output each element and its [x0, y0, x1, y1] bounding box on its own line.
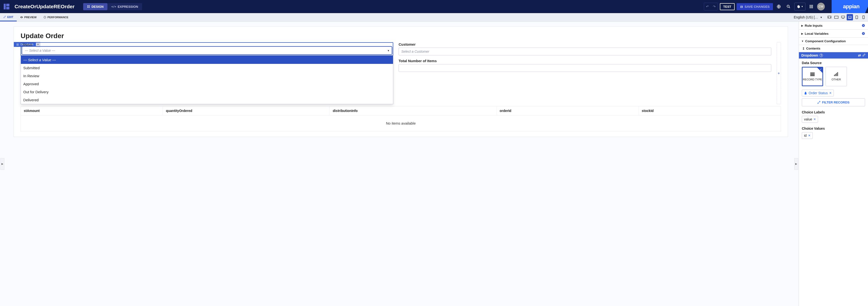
- status-option-delivered[interactable]: Delivered: [21, 96, 393, 104]
- svg-rect-16: [811, 7, 811, 8]
- device-wide-icon[interactable]: [833, 14, 839, 20]
- svg-rect-23: [856, 16, 858, 19]
- svg-rect-10: [811, 5, 811, 6]
- choice-values-label: Choice Values: [802, 127, 865, 131]
- add-local-variable-button[interactable]: [861, 31, 866, 36]
- section-local-variables[interactable]: ▶Local Variables: [799, 30, 868, 37]
- svg-rect-13: [811, 6, 811, 7]
- device-desktop-icon[interactable]: [840, 14, 846, 20]
- svg-rect-5: [88, 7, 89, 8]
- ds-other[interactable]: OTHER: [826, 67, 847, 86]
- svg-rect-2: [6, 7, 9, 9]
- grid-icon[interactable]: [807, 3, 815, 10]
- save-button[interactable]: SAVE CHANGES: [737, 3, 773, 10]
- settings-menu[interactable]: ▼: [794, 3, 805, 10]
- redo-button[interactable]: ↷: [711, 3, 718, 10]
- svg-rect-0: [4, 4, 6, 9]
- test-button[interactable]: TEST: [720, 3, 735, 10]
- view-tabbar: EDIT PREVIEW PERFORMANCE English (US) [……: [0, 13, 868, 22]
- svg-rect-1: [6, 4, 9, 6]
- choice-labels-label: Choice Labels: [802, 110, 865, 114]
- customer-label: Customer: [399, 42, 771, 46]
- section-contents[interactable]: ↥Contents: [799, 45, 868, 52]
- edit-expression-icon[interactable]: [862, 53, 866, 57]
- choice-values-value[interactable]: id ✕: [802, 132, 813, 139]
- appbar: CreateOrUpdateREOrder DESIGN </> EXPRESS…: [0, 0, 868, 13]
- ds-record-type[interactable]: RECORD TYPE: [802, 67, 823, 86]
- svg-rect-27: [810, 73, 815, 74]
- config-panel: ▶Rule Inputs ▶Local Variables ▼Component…: [799, 22, 868, 306]
- choice-labels-value[interactable]: value ✕: [802, 116, 818, 123]
- search-icon[interactable]: [784, 3, 792, 10]
- collapse-right-panel[interactable]: ▶: [794, 158, 798, 170]
- svg-rect-9: [810, 5, 810, 6]
- device-fit-icon[interactable]: [826, 14, 833, 20]
- svg-rect-3: [88, 6, 89, 6]
- grid-col-distribution[interactable]: distributionInfo: [330, 106, 497, 115]
- page-title: CreateOrUpdateREOrder: [14, 4, 74, 9]
- grid-col-stockid[interactable]: stockId: [639, 106, 781, 115]
- design-canvas: ▶ ▶ Update Order Dropdown ▼ Status: [0, 22, 799, 306]
- avatar[interactable]: CW: [817, 3, 825, 10]
- app-logo[interactable]: [0, 0, 13, 13]
- svg-rect-22: [848, 16, 851, 18]
- device-tablet-icon[interactable]: [854, 14, 860, 20]
- svg-rect-6: [89, 7, 90, 8]
- help-icon[interactable]: ?: [819, 54, 823, 57]
- svg-rect-12: [810, 6, 810, 7]
- status-option-placeholder[interactable]: --- Select a Value ---: [21, 56, 393, 64]
- grid-col-stamount[interactable]: stAmount: [21, 106, 163, 115]
- mode-expression[interactable]: </> EXPRESSION: [107, 3, 142, 10]
- customer-picker[interactable]: Select a Customer: [399, 48, 771, 55]
- remove-record-type-icon[interactable]: ✕: [829, 91, 832, 95]
- svg-point-8: [787, 5, 789, 7]
- status-dropdown-field[interactable]: Status --- Select a Value --- ▼: [21, 42, 393, 56]
- chevron-down-icon: ▼: [387, 49, 390, 52]
- tab-edit[interactable]: EDIT: [0, 13, 17, 21]
- mode-design-label: DESIGN: [91, 5, 103, 8]
- svg-rect-20: [834, 16, 838, 19]
- expand-left-palette[interactable]: ▶: [0, 158, 4, 170]
- swap-icon[interactable]: ⇄: [858, 53, 861, 57]
- mode-design[interactable]: DESIGN: [83, 3, 107, 10]
- svg-rect-28: [810, 74, 815, 75]
- mode-expression-label: EXPRESSION: [118, 5, 138, 8]
- device-phone-icon[interactable]: [860, 14, 867, 20]
- remove-choice-labels-icon[interactable]: ✕: [813, 117, 816, 121]
- svg-rect-14: [812, 6, 813, 7]
- undo-button[interactable]: ↶: [704, 3, 711, 10]
- status-dropdown[interactable]: --- Select a Value --- ▼: [22, 47, 392, 54]
- section-component-config[interactable]: ▼Component Configuration: [799, 38, 868, 45]
- remove-choice-values-icon[interactable]: ✕: [808, 134, 810, 137]
- section-rule-inputs[interactable]: ▶Rule Inputs: [799, 22, 868, 29]
- svg-rect-33: [837, 72, 838, 76]
- grid-empty-message: No items available: [21, 115, 781, 131]
- status-option-submitted[interactable]: Submitted: [21, 64, 393, 72]
- tab-preview[interactable]: PREVIEW: [17, 13, 40, 21]
- form-title: Update Order: [21, 32, 781, 40]
- selected-component-header: Dropdown ? ⇄: [799, 52, 868, 58]
- brand-logo: appian: [832, 0, 868, 13]
- svg-rect-11: [812, 5, 813, 6]
- globe-icon[interactable]: [775, 3, 783, 10]
- svg-rect-4: [89, 6, 90, 6]
- grid-col-quantity[interactable]: quantityOrdered: [163, 106, 330, 115]
- svg-rect-32: [836, 73, 837, 76]
- status-option-out-for-delivery[interactable]: Out for Delivery: [21, 88, 393, 96]
- add-column-button[interactable]: +: [777, 42, 781, 104]
- status-option-approved[interactable]: Approved: [21, 80, 393, 88]
- device-laptop-icon[interactable]: [847, 14, 853, 20]
- grid-col-orderid[interactable]: orderId: [497, 106, 639, 115]
- svg-rect-29: [810, 75, 815, 76]
- add-rule-input-button[interactable]: [861, 23, 866, 28]
- total-items-input[interactable]: [399, 64, 771, 72]
- record-type-chip[interactable]: Order Status ✕: [802, 90, 834, 96]
- svg-rect-17: [812, 7, 813, 8]
- undo-redo-group: ↶ ↷: [704, 3, 718, 10]
- save-label: SAVE CHANGES: [745, 5, 770, 8]
- tab-performance[interactable]: PERFORMANCE: [40, 13, 72, 21]
- language-selector[interactable]: English (US) [… ▼: [794, 15, 825, 19]
- status-option-in-review[interactable]: In Review: [21, 72, 393, 80]
- svg-rect-30: [834, 75, 835, 76]
- filter-records-button[interactable]: FILTER RECORDS: [802, 99, 865, 106]
